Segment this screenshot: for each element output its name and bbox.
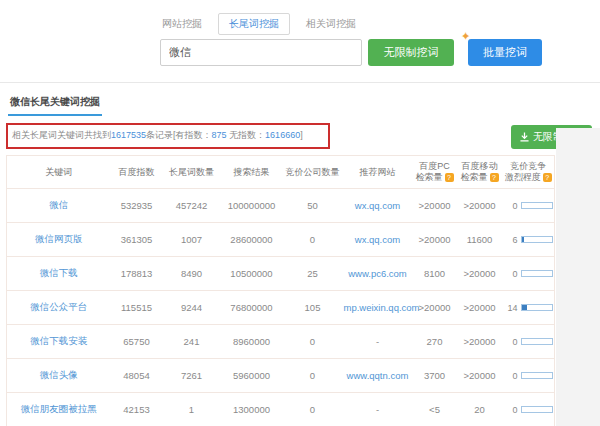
competition-value: 0 [506,269,518,279]
cell-baidu_index: 115515 [111,291,163,325]
cell-keyword: 微信头像 [7,359,111,393]
cell-site: www.pc6.com [343,257,413,291]
competition-value: 6 [506,235,518,245]
cell-competition: 14 [503,291,555,325]
stats-without-index: 1616660 [265,130,300,140]
search-row: 无限制挖词 ✦批量挖词 [160,39,600,66]
competition-bar [521,236,553,243]
cell-search_results: 1300000 [221,393,283,426]
stats-suffix: ] [300,130,303,140]
site-link[interactable]: mp.weixin.qq.com [344,302,420,313]
competition-bar [521,304,553,311]
cell-pc_search: 8100 [413,257,457,291]
cell-bid_companies: 0 [283,359,343,393]
column-header-pc_search: 百度PC检索量? [413,156,457,189]
tab-longtail-mining[interactable]: 长尾词挖掘 [218,13,290,35]
site-link[interactable]: www.qqtn.com [347,370,409,381]
cell-pc_search: >20000 [413,189,457,223]
result-section: 微信长尾关键词挖掘 相关长尾词关键词共找到1617535条记录[有指数：875 … [0,83,600,426]
competition-value: 0 [506,371,518,381]
cell-competition: 0 [503,257,555,291]
cell-competition: 0 [503,325,555,359]
unlimited-mining-button[interactable]: 无限制挖词 [368,39,454,66]
cell-longtail_count: 7261 [163,359,221,393]
cell-mobile_search: >20000 [457,189,503,223]
cell-longtail_count: 8490 [163,257,221,291]
tab-site-mining[interactable]: 网站挖掘 [160,14,204,34]
cell-keyword: 微信朋友圈被拉黑 [7,393,111,426]
cell-baidu_index: 178813 [111,257,163,291]
cell-search_results: 10500000 [221,257,283,291]
competition-value: 0 [506,201,518,211]
cell-bid_companies: 105 [283,291,343,325]
site-link[interactable]: www.pc6.com [348,268,407,279]
cell-baidu_index: 361305 [111,223,163,257]
keyword-link[interactable]: 微信头像 [40,369,78,380]
site-link[interactable]: wx.qq.com [355,200,400,211]
batch-mining-label: 批量挖词 [483,46,527,58]
cell-longtail_count: 9244 [163,291,221,325]
table-row: 微信朋友圈被拉黑42153113000000-<5200 [7,393,555,426]
cell-mobile_search: >20000 [457,325,503,359]
cell-baidu_index: 532935 [111,189,163,223]
competition-bar [521,270,553,277]
cell-competition: 0 [503,189,555,223]
help-icon[interactable]: ? [445,173,454,182]
stats-total: 1617535 [111,130,146,140]
table-row: 微信公众平台115515924476800000105mp.weixin.qq.… [7,291,555,325]
cell-bid_companies: 0 [283,223,343,257]
sparkle-icon: ✦ [461,30,470,43]
table-row: 微信53293545724210000000050wx.qq.com>20000… [7,189,555,223]
cell-pc_search: >20000 [413,223,457,257]
keyword-link[interactable]: 微信 [49,199,68,210]
cell-pc_search: >20000 [413,291,457,325]
column-header-longtail_count: 长尾词数量 [163,156,221,189]
column-header-mobile_search: 百度移动检索量? [457,156,503,189]
cell-search_results: 5960000 [221,359,283,393]
competition-bar [521,406,553,413]
page: 网站挖掘 长尾词挖掘 相关词挖掘 无限制挖词 ✦批量挖词 微信长尾关键词挖掘 相… [0,0,600,426]
column-header-baidu_index: 百度指数 [111,156,163,189]
cell-baidu_index: 42153 [111,393,163,426]
cell-baidu_index: 65750 [111,325,163,359]
cell-pc_search: 3700 [413,359,457,393]
section-title: 微信长尾关键词挖掘 [8,95,102,116]
keyword-link[interactable]: 微信朋友圈被拉黑 [21,403,97,414]
keyword-search-input[interactable] [160,39,362,66]
column-header-site: 推荐网站 [343,156,413,189]
cell-longtail_count: 457242 [163,189,221,223]
page-background-gutter [556,128,600,426]
keyword-link[interactable]: 微信公众平台 [30,301,87,312]
site-link[interactable]: wx.qq.com [355,234,400,245]
cell-site: - [343,393,413,426]
cell-keyword: 微信 [7,189,111,223]
cell-mobile_search: >20000 [457,291,503,325]
cell-site: - [343,325,413,359]
cell-bid_companies: 0 [283,393,343,426]
batch-mining-button[interactable]: ✦批量挖词 [468,39,542,66]
cell-keyword: 微信公众平台 [7,291,111,325]
cell-bid_companies: 50 [283,189,343,223]
cell-bid_companies: 25 [283,257,343,291]
cell-competition: 0 [503,393,555,426]
cell-site: mp.weixin.qq.com [343,291,413,325]
column-header-search_results: 搜索结果 [221,156,283,189]
keyword-link[interactable]: 微信网页版 [35,233,83,244]
cell-pc_search: <5 [413,393,457,426]
download-icon [520,132,529,142]
stats-with-index: 875 [212,130,227,140]
column-header-competition: 竞价竞争激烈程度? [503,156,555,189]
cell-mobile_search: >20000 [457,257,503,291]
keyword-link[interactable]: 微信下载 [40,267,78,278]
cell-search_results: 28600000 [221,223,283,257]
help-icon[interactable]: ? [543,173,552,182]
keyword-link[interactable]: 微信下载安装 [30,335,87,346]
table-row: 微信网页版3613051007286000000wx.qq.com>200001… [7,223,555,257]
help-icon[interactable]: ? [490,173,499,182]
table-row: 微信下载17881384901050000025www.pc6.com8100>… [7,257,555,291]
competition-value: 0 [506,405,518,415]
cell-mobile_search: 20 [457,393,503,426]
table-row: 微信下载安装6575024189600000-270>200000 [7,325,555,359]
tab-related-mining[interactable]: 相关词挖掘 [304,14,358,34]
stats-row: 相关长尾词关键词共找到1617535条记录[有指数：875 无指数：161666… [6,123,600,149]
